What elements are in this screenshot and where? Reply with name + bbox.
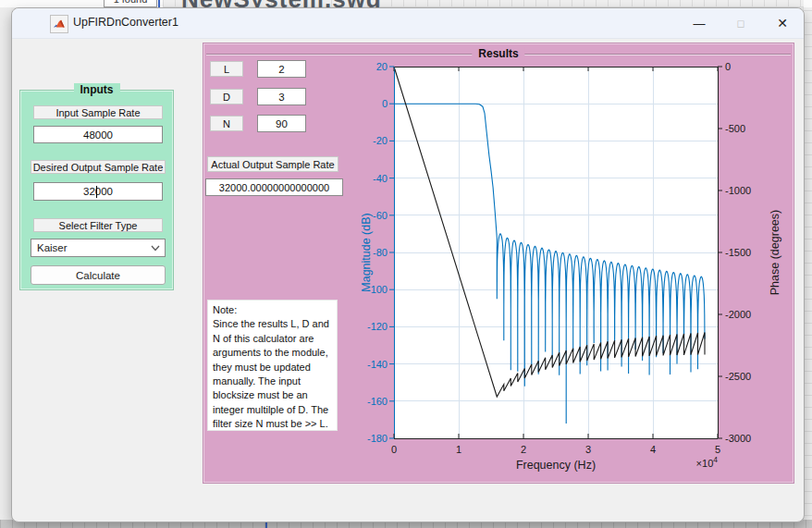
desired-output-rate-value: 32000 — [83, 186, 113, 197]
x-tick-label: 5 — [715, 444, 720, 455]
window-title: UpFIRDnConverter1 — [73, 16, 178, 29]
x-tick-label: 0 — [391, 444, 397, 455]
left-tick-label: -160 — [367, 396, 388, 407]
left-tick-label: -140 — [367, 359, 388, 370]
x-tick-label: 3 — [585, 444, 591, 455]
x-tick-label: 1 — [456, 444, 461, 455]
right-tick-label: -500 — [725, 123, 745, 134]
result-N-field[interactable]: 90 — [257, 115, 306, 132]
input-sample-rate-field[interactable]: 48000 — [33, 126, 163, 143]
background-canvas-left — [0, 0, 11, 528]
screen: { "background": { "search_result_text": … — [0, 0, 812, 528]
maximize-button[interactable]: ◻ — [726, 13, 756, 33]
inputs-panel-title: Inputs — [74, 83, 120, 96]
x-axis-exponent: ×104 — [696, 455, 719, 469]
right-axis-label: Phase (degrees) — [769, 210, 781, 295]
right-tick-label: 0 — [725, 61, 731, 72]
left-tick-label: -40 — [373, 173, 388, 184]
filter-type-label: Select Filter Type — [33, 218, 163, 232]
left-tick-label: -20 — [373, 135, 388, 146]
actual-output-rate-field[interactable]: 32000.00000000000000 — [205, 178, 343, 196]
filter-type-selected: Kaiser — [37, 242, 68, 253]
right-tick-label: -3000 — [725, 433, 751, 444]
filter-type-dropdown[interactable]: Kaiser — [31, 239, 166, 257]
right-tick-label: -2500 — [725, 371, 751, 382]
actual-output-rate-label: Actual Output Sample Rate — [207, 156, 338, 172]
left-axis-label: Magnitude (dB) — [360, 213, 373, 291]
text-cursor — [96, 186, 97, 198]
result-D-label: D — [210, 89, 243, 104]
right-tick-label: -1000 — [725, 185, 751, 196]
results-plot: 012345200-20-40-60-80-100-120-140-160-18… — [343, 43, 802, 482]
inputs-panel: Inputs Input Sample Rate 48000 Desired O… — [19, 90, 174, 290]
calculate-button[interactable]: Calculate — [31, 265, 166, 285]
close-button[interactable]: ✕ — [768, 13, 797, 33]
left-tick-label: -60 — [373, 210, 388, 221]
right-tick-label: -1500 — [725, 247, 751, 258]
x-tick-label: 2 — [521, 444, 526, 455]
note-text: Note: Since the results L, D and N of th… — [207, 300, 338, 431]
background-app-strip: 1 found NewSystem.swd — [0, 0, 812, 7]
desired-output-rate-label: Desired Output Sample Rate — [31, 160, 166, 174]
left-tick-label: 0 — [382, 98, 388, 109]
right-tick-label: -2000 — [725, 309, 751, 320]
minimize-button[interactable]: — — [684, 13, 714, 33]
result-N-label: N — [210, 116, 243, 131]
matlab-app-icon — [50, 15, 68, 33]
result-D-field[interactable]: 3 — [257, 88, 306, 105]
separator-line — [158, 0, 160, 7]
desired-output-rate-field[interactable]: 32000 — [33, 182, 163, 201]
left-tick-label: -120 — [367, 321, 388, 332]
input-sample-rate-label: Input Sample Rate — [33, 105, 163, 119]
left-tick-label: -180 — [367, 433, 388, 444]
left-tick-label: 20 — [376, 61, 388, 72]
result-L-label: L — [210, 61, 243, 77]
x-axis-label: Frequency (Hz) — [516, 459, 596, 472]
chevron-down-icon — [151, 245, 160, 252]
x-tick-label: 4 — [650, 444, 656, 455]
window-titlebar[interactable]: UpFIRDnConverter1 — ◻ ✕ — [12, 8, 804, 39]
result-L-field[interactable]: 2 — [257, 60, 306, 78]
search-result-badge: 1 found — [104, 0, 157, 7]
app-window: UpFIRDnConverter1 — ◻ ✕ Inputs Input Sam… — [11, 7, 805, 522]
left-tick-label: -80 — [373, 247, 388, 258]
